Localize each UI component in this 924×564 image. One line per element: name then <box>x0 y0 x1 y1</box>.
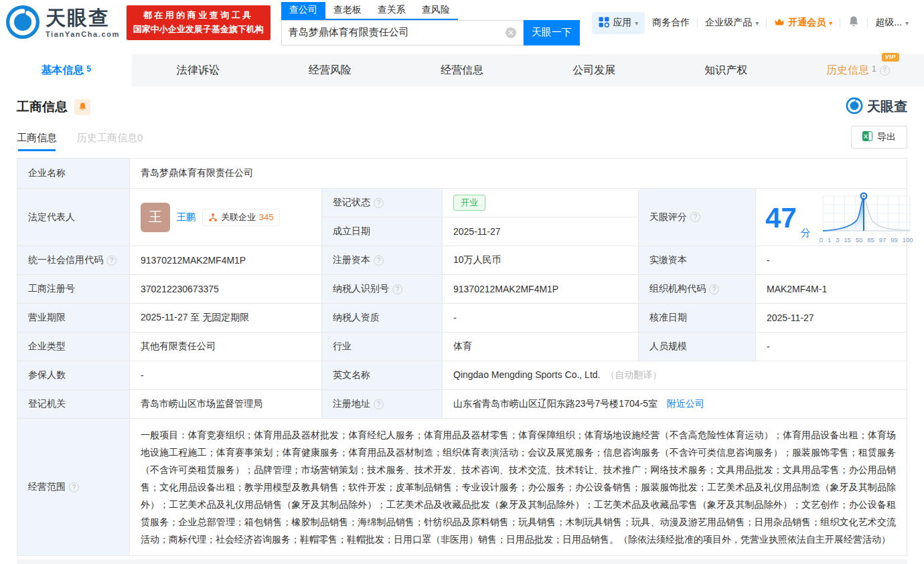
table-row: 参保人数 - 英文名称 Qingdao Mengding Sports Co.,… <box>17 361 907 390</box>
subtab-history-business-info[interactable]: 历史工商信息0 <box>77 132 143 151</box>
help-icon[interactable]: ? <box>106 256 117 266</box>
nav-business-cooperation[interactable]: 商务合作 <box>645 17 697 29</box>
taxpayer-quality-value: - <box>443 304 639 333</box>
reg-authority-value: 青岛市崂山区市场监督管理局 <box>130 390 322 419</box>
status-badge: 开业 <box>453 195 485 211</box>
field-label: 实缴资本 <box>639 246 756 275</box>
english-name-value: Qingdao Mengding Sports Co., Ltd. <box>453 369 600 380</box>
nav-user-menu[interactable]: 超级... ▾ <box>868 17 916 29</box>
help-icon[interactable]: ? <box>374 399 384 409</box>
help-icon[interactable]: ? <box>392 284 402 294</box>
section-title: 工商信息 <box>17 98 68 116</box>
nav-open-vip[interactable]: 开通会员 ▾ <box>767 17 840 29</box>
reg-number-value: 370212230673375 <box>130 275 322 304</box>
help-icon[interactable]: ? <box>374 198 384 208</box>
field-label: 工商注册号 <box>17 275 130 304</box>
apps-grid-icon <box>599 17 609 29</box>
help-icon[interactable]: ? <box>690 212 700 222</box>
subscribe-bell-button[interactable] <box>74 99 90 115</box>
tianyancha-logo-icon <box>846 97 863 116</box>
user-menu-label: 超级... <box>875 17 902 29</box>
clear-search-icon[interactable]: ✕ <box>506 27 516 38</box>
reg-status-cell: 开业 <box>443 189 639 217</box>
help-icon[interactable]: ? <box>709 284 719 294</box>
tab-history-info[interactable]: VIP 历史信息 1 ? <box>792 54 924 86</box>
field-label: 注册资本? <box>322 246 443 275</box>
apps-label: 应用 <box>613 17 631 29</box>
field-label: 人员规模 <box>639 333 756 361</box>
field-label: 英文名称 <box>322 361 443 390</box>
tab-operation-risk[interactable]: 经营风险 <box>264 54 396 86</box>
tab-intellectual-property[interactable]: 知识产权 <box>660 54 792 86</box>
tianyancha-watermark: 天眼查 <box>846 97 907 116</box>
help-icon[interactable]: ? <box>69 482 79 492</box>
enterprise-products-label: 企业级产品 <box>705 17 752 29</box>
help-icon[interactable]: ? <box>374 256 384 266</box>
help-icon[interactable]: ? <box>880 66 890 76</box>
slogan-line2: 国家中小企业发展子基金旗下机构 <box>133 23 264 37</box>
legal-rep-link[interactable]: 王鹏 <box>177 211 196 223</box>
tab-legal-proceedings[interactable]: 法律诉讼 <box>132 54 264 86</box>
table-row: 企业名称 青岛梦鼎体育有限责任公司 <box>17 159 907 189</box>
export-button[interactable]: X 导出 <box>851 126 907 149</box>
table-row: 统一社会信用代码? 91370212MAK2MF4M1P 注册资本? 10万人民… <box>17 246 907 275</box>
chevron-down-icon: ▾ <box>829 19 832 27</box>
field-label: 纳税人资质 <box>322 304 443 333</box>
logo-domain-text: TianYanCha.com <box>46 31 120 38</box>
tab-basic-info[interactable]: 基本信息 5 <box>0 54 132 86</box>
auto-translate-note: （自动翻译） <box>605 369 662 380</box>
watermark-text: 天眼查 <box>867 98 907 116</box>
slogan-line1: 都在用的商业查询工具 <box>133 9 264 23</box>
field-label: 登记状态? <box>322 189 443 217</box>
search-tab-company[interactable]: 查公司 <box>281 2 325 19</box>
field-label: 登记机关 <box>17 390 130 419</box>
tianyancha-logo[interactable]: 天眼查 TianYanCha.com <box>5 5 120 41</box>
search-tab-boss[interactable]: 查老板 <box>325 2 370 19</box>
top-header: 天眼查 TianYanCha.com 都在用的商业查询工具 国家中小企业发展子基… <box>0 0 924 45</box>
excel-icon: X <box>862 131 872 143</box>
related-companies-badge[interactable]: 关联企业 345 <box>202 209 280 226</box>
search-tab-relation[interactable]: 查关系 <box>370 2 414 19</box>
tab-label: 知识产权 <box>704 64 747 78</box>
nearby-companies-link[interactable]: 附近公司 <box>667 398 704 409</box>
bell-icon <box>848 15 860 30</box>
tab-operation-info[interactable]: 经营信息 <box>396 54 528 86</box>
search-area: 查公司 查老板 查关系 查风险 ✕ 天眼一下 <box>281 2 580 45</box>
score-value: 47 <box>765 204 797 232</box>
tab-company-development[interactable]: 公司发展 <box>528 54 660 86</box>
field-label: 天眼评分? <box>639 189 756 246</box>
top-nav: 应用 ▾ 商务合作 企业级产品 ▾ 开通会员 ▾ <box>592 12 916 34</box>
tab-label: 历史信息 <box>826 64 869 78</box>
business-info-table: 企业名称 青岛梦鼎体育有限责任公司 法定代表人 王 王鹏 关联企 <box>17 158 907 556</box>
field-label: 注册地址? <box>322 390 443 419</box>
bell-icon <box>78 102 87 112</box>
svg-text:X: X <box>864 133 868 140</box>
field-label: 核准日期 <box>639 304 756 333</box>
approval-date-value: 2025-11-27 <box>756 304 907 333</box>
table-row: 企业类型 其他有限责任公司 行业 体育 人员规模 - <box>17 333 907 361</box>
tab-count: 1 <box>872 64 876 74</box>
table-row: 工商注册号 370212230673375 纳税人识别号? 91370212MA… <box>17 275 907 304</box>
search-input[interactable] <box>289 27 506 38</box>
legal-rep-avatar[interactable]: 王 <box>141 203 170 232</box>
related-label: 关联企业 <box>221 211 256 223</box>
table-row: 登记机关 青岛市崂山区市场监督管理局 注册地址? 山东省青岛市崂山区辽阳东路23… <box>17 390 907 419</box>
nav-enterprise-products[interactable]: 企业级产品 ▾ <box>698 17 766 29</box>
field-label: 企业名称 <box>17 159 130 189</box>
field-label: 企业类型 <box>17 333 130 361</box>
taxpayer-id-value: 91370212MAK2MF4M1P <box>443 275 639 304</box>
org-code-value: MAK2MF4M-1 <box>756 275 907 304</box>
reg-address-cell: 山东省青岛市崂山区辽阳东路23号7号楼1704-5室 附近公司 <box>443 390 907 419</box>
export-label: 导出 <box>877 131 896 143</box>
apps-menu-button[interactable]: 应用 ▾ <box>592 12 645 34</box>
tianyancha-logo-icon <box>5 5 40 41</box>
vip-badge: VIP <box>882 53 899 62</box>
subtab-business-info[interactable]: 工商信息 <box>17 132 57 151</box>
search-button[interactable]: 天眼一下 <box>524 20 580 45</box>
industry-value: 体育 <box>443 333 639 361</box>
search-tab-risk[interactable]: 查风险 <box>414 2 458 19</box>
business-term-value: 2025-11-27 至 无固定期限 <box>130 304 322 333</box>
search-tabs: 查公司 查老板 查关系 查风险 <box>281 2 458 20</box>
table-row: 营业期限 2025-11-27 至 无固定期限 纳税人资质 - 核准日期 202… <box>17 304 907 333</box>
notifications-button[interactable] <box>840 15 867 30</box>
